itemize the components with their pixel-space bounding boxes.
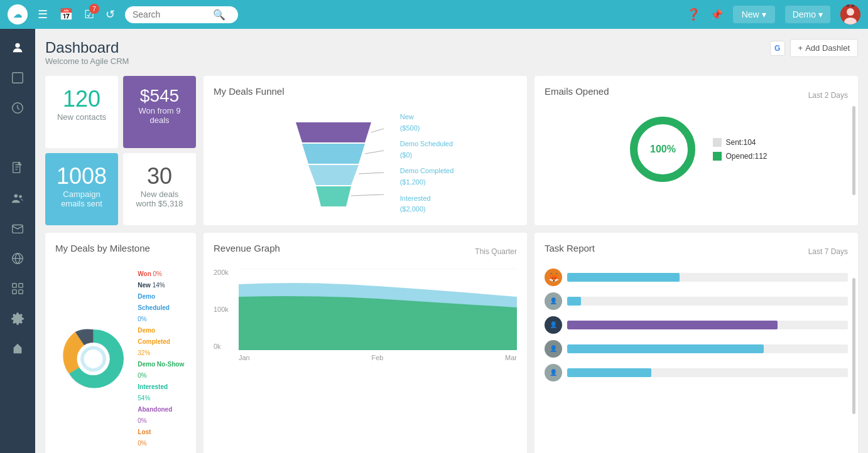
help-icon[interactable]: ❓ [686, 8, 700, 21]
top-navigation: ☁ ☰ 📅 ☑ 7 ↺ 🔍 ❓ 📌 New ▾ Demo ▾ [0, 0, 868, 29]
svg-line-25 [351, 195, 384, 196]
donut-chart: 100% [625, 112, 700, 187]
sidebar-item-teams[interactable] [4, 184, 31, 212]
new-button[interactable]: New ▾ [733, 6, 775, 23]
task-bar-container-1 [567, 273, 848, 282]
sidebar-item-deals[interactable] [4, 94, 31, 122]
nav-right: ❓ 📌 New ▾ Demo ▾ [686, 4, 860, 24]
revenue-title: Revenue Graph [214, 243, 280, 253]
funnel-header: My Deals Funnel [214, 86, 517, 104]
task-row-1: 🦊 [545, 269, 848, 286]
task-bar-5 [567, 368, 651, 377]
won-deals-card: $545 Won from 9 deals [123, 76, 196, 148]
y-100k: 100k [214, 306, 229, 313]
svg-rect-17 [19, 290, 23, 294]
task-row-5: 👤 [545, 364, 848, 381]
task-avatar-1: 🦊 [545, 269, 562, 286]
funnel-label-demo-completed: Demo Completed($1,200) [400, 166, 454, 188]
user-avatar[interactable] [840, 4, 860, 24]
dashboard-title: Dashboard Welcome to Agile CRM [45, 39, 129, 66]
milestone-widget: My Deals by Milestone [45, 233, 196, 453]
task-bar-4 [567, 344, 764, 353]
new-contacts-card: 120 New contacts [45, 76, 118, 148]
milestone-header: My Deals by Milestone [55, 243, 186, 261]
stats-grid: 120 New contacts $545 Won from 9 deals 1… [45, 76, 196, 225]
task-report-list: 🦊 👤 👤 [545, 269, 848, 381]
task-report-header: Task Report Last 7 Days [545, 243, 848, 261]
menu-icon[interactable]: ☰ [38, 8, 48, 21]
funnel-label-interested: Interested($2,000) [400, 193, 454, 215]
ml-lost: Lost0% [138, 427, 186, 449]
calendar-icon[interactable]: 📅 [59, 8, 73, 21]
won-label: Won from 9 deals [133, 106, 186, 125]
donut-legend: Sent:104 Opened:112 [713, 138, 767, 161]
task-report-title: Task Report [545, 243, 595, 253]
google-icon[interactable]: G [770, 41, 785, 56]
y-axis: 200k 100k 0k [214, 269, 229, 350]
pin-icon[interactable]: 📌 [710, 9, 723, 21]
donut-chart-container: 100% Sent:104 Opened:112 [545, 112, 848, 187]
task-avatar-2: 👤 [545, 292, 562, 310]
ml-demo-scheduled: Demo Scheduled0% [138, 291, 186, 325]
app-logo[interactable]: ☁ [8, 4, 28, 24]
sidebar-item-contacts[interactable] [4, 34, 31, 61]
campaign-emails-card: 1008 Campaign emails sent [45, 153, 118, 225]
ml-won: Won 0% [138, 269, 186, 280]
add-dashlet-button[interactable]: + Add Dashlet [790, 39, 858, 57]
ml-abandoned: Abandoned0% [138, 404, 186, 427]
task-bar-3 [567, 321, 778, 329]
milestone-pie [55, 318, 131, 400]
emails-title: Emails Opened [545, 86, 609, 97]
task-row-3: 👤 [545, 316, 848, 334]
search-input[interactable] [133, 9, 208, 19]
task-avatar-4: 👤 [545, 340, 562, 358]
svg-rect-16 [13, 290, 16, 294]
svg-marker-19 [302, 144, 365, 164]
page-title: Dashboard [45, 39, 129, 56]
emails-opened-widget: Emails Opened Last 2 Days 100% Sent:104 [534, 76, 858, 225]
legend-opened-label: Opened:112 [725, 152, 767, 161]
sidebar-item-messages[interactable] [4, 215, 31, 242]
svg-rect-6 [13, 73, 23, 83]
new-deals-label: New deals worth $5,318 [133, 189, 186, 208]
task-report-widget: Task Report Last 7 Days 🦊 👤 [534, 233, 858, 453]
sidebar-item-settings[interactable] [4, 305, 31, 333]
funnel-label-demo-scheduled: Demo Scheduled($0) [400, 139, 454, 161]
emails-header: Emails Opened Last 2 Days [545, 86, 848, 104]
svg-marker-18 [296, 122, 371, 142]
sidebar-item-reports2[interactable] [4, 275, 31, 302]
demo-button[interactable]: Demo ▾ [785, 6, 830, 23]
revenue-period: This Quarter [475, 247, 517, 256]
milestone-content: Won 0% New 14% Demo Scheduled0% Demo Com… [55, 269, 186, 449]
legend-sent-label: Sent:104 [725, 138, 756, 147]
deals-funnel-widget: My Deals Funnel New($500) Dem [203, 76, 527, 225]
search-bar[interactable]: 🔍 [125, 6, 238, 23]
sidebar-item-analytics[interactable] [4, 335, 31, 363]
svg-marker-21 [316, 186, 351, 206]
tasks-icon[interactable]: ☑ 7 [84, 8, 94, 21]
task-report-period: Last 7 Days [808, 247, 848, 256]
task-bar-2 [567, 297, 581, 306]
task-bar-container-5 [567, 368, 848, 377]
nav-icon-group: ☰ 📅 ☑ 7 ↺ [38, 8, 115, 21]
ml-new: New 14% [138, 280, 186, 291]
sidebar-item-reports[interactable] [4, 64, 31, 92]
task-bar-container-4 [567, 344, 848, 353]
history-icon[interactable]: ↺ [106, 8, 115, 21]
sidebar-item-files[interactable] [4, 124, 31, 152]
scrollbar [852, 106, 855, 196]
x-feb: Feb [371, 354, 383, 361]
funnel-labels: New($500) Demo Scheduled($0) Demo Comple… [400, 112, 454, 215]
svg-rect-15 [19, 284, 23, 287]
svg-point-5 [15, 43, 19, 48]
task-bar-1 [567, 273, 680, 282]
svg-rect-3 [847, 4, 849, 7]
svg-point-31 [84, 349, 103, 368]
svg-line-22 [371, 129, 384, 132]
donut-center-label: 100% [650, 144, 676, 155]
sidebar-item-documents[interactable] [4, 154, 31, 182]
legend-sent: Sent:104 [713, 138, 767, 147]
task-row-2: 👤 [545, 292, 848, 310]
task-avatar-5: 👤 [545, 364, 562, 381]
sidebar-item-web[interactable] [4, 245, 31, 272]
